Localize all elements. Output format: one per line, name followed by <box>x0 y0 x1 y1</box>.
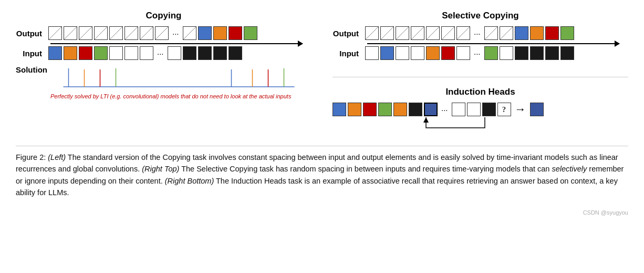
box <box>441 26 455 40</box>
box-white <box>452 103 465 116</box>
box-red <box>79 46 92 60</box>
box <box>484 26 498 40</box>
box-blue <box>515 26 528 40</box>
box-blue <box>48 46 62 60</box>
box-white <box>168 46 181 60</box>
induction-section: Induction Heads ··· <box>333 87 628 132</box>
selective-input-row: Input ··· <box>333 46 628 60</box>
box-blue <box>380 46 394 60</box>
solution-diagram <box>46 63 311 92</box>
box-black <box>198 46 212 60</box>
main-container: Copying Output ··· <box>16 11 628 216</box>
induction-arrow-svg <box>333 116 501 132</box>
box <box>500 26 513 40</box>
box-white <box>124 46 138 60</box>
box-black <box>530 46 544 60</box>
box <box>396 26 409 40</box>
caption-prefix: Figure 2: <box>16 153 48 161</box>
copying-section: Copying Output ··· <box>16 11 311 99</box>
box-orange <box>393 103 407 116</box>
watermark: CSDN @syugyou <box>16 209 628 216</box>
box <box>124 26 138 40</box>
box <box>94 26 108 40</box>
section-divider <box>333 77 628 77</box>
box-white <box>467 103 481 116</box>
copying-solution-row: Solution <box>16 63 311 92</box>
dots: ··· <box>170 29 181 38</box>
dots: ··· <box>439 105 450 114</box>
box-red <box>363 103 377 116</box>
dots: ··· <box>472 49 483 58</box>
box <box>140 26 153 40</box>
box <box>365 26 379 40</box>
box-orange <box>426 46 440 60</box>
box <box>48 26 62 40</box>
copying-title: Copying <box>16 11 311 21</box>
box-orange <box>213 26 227 40</box>
selective-section: Selective Copying Output ··· <box>333 11 628 63</box>
arrow-line <box>50 43 303 44</box>
box-black <box>560 46 574 60</box>
box-white <box>411 46 424 60</box>
box-orange <box>64 46 77 60</box>
box-green <box>94 46 108 60</box>
box-black <box>183 46 196 60</box>
box-green <box>244 26 257 40</box>
dots: ··· <box>155 49 166 58</box>
box <box>380 26 394 40</box>
solution-label: Solution <box>16 63 46 74</box>
selective-arrow-row <box>367 43 628 44</box>
box-green <box>378 103 392 116</box>
box-black <box>213 46 227 60</box>
box-red <box>441 46 455 60</box>
svg-marker-9 <box>423 117 429 123</box>
diagrams-row: Copying Output ··· <box>16 11 628 132</box>
figure-caption: Figure 2: (Left) The standard version of… <box>16 146 628 199</box>
box-white <box>456 46 470 60</box>
arrow-line <box>367 43 619 44</box>
selective-input-label: Input <box>333 49 363 58</box>
box <box>456 26 470 40</box>
selective-input-boxes: ··· <box>365 46 574 60</box>
copying-input-boxes: ··· <box>48 46 242 60</box>
box-result <box>530 103 544 116</box>
box-black <box>482 103 496 116</box>
induction-diagram-container: ··· ? → <box>333 103 628 132</box>
box-white <box>109 46 123 60</box>
caption-italic-selectively: selectively <box>552 165 587 173</box>
question-box: ? <box>497 103 511 116</box>
selective-title: Selective Copying <box>333 11 628 21</box>
output-label: Output <box>16 29 46 38</box>
box <box>411 26 424 40</box>
box-white <box>365 46 379 60</box>
box <box>79 26 92 40</box>
dots: ··· <box>472 29 483 38</box>
box <box>109 26 123 40</box>
box <box>183 26 196 40</box>
box-white <box>396 46 409 60</box>
copying-arrow-row <box>50 43 311 44</box>
induction-title: Induction Heads <box>333 87 628 97</box>
caption-italic-right-top: (Right Top) <box>142 165 179 173</box>
box-orange <box>530 26 544 40</box>
box-darkblue <box>424 103 438 116</box>
solution-svg <box>46 63 311 92</box>
box <box>64 26 77 40</box>
induction-top-row: ··· ? → <box>333 103 628 116</box>
caption-text-2: The Selective Copying task has random sp… <box>179 165 552 173</box>
caption-italic-right-bottom: (Right Bottom) <box>165 177 214 185</box>
box-orange <box>348 103 361 116</box>
input-label: Input <box>16 49 46 58</box>
copying-input-row: Input ··· <box>16 46 311 60</box>
induction-arrow-area <box>333 116 628 132</box>
box-black <box>515 46 528 60</box>
box-black <box>228 46 242 60</box>
right-section: Selective Copying Output ··· <box>333 11 628 132</box>
selective-output-label: Output <box>333 29 363 38</box>
box-white <box>140 46 153 60</box>
box-blue <box>333 103 346 116</box>
selective-output-boxes: ··· <box>365 26 574 40</box>
selective-output-row: Output ··· <box>333 26 628 40</box>
box <box>155 26 169 40</box>
box-white <box>500 46 513 60</box>
